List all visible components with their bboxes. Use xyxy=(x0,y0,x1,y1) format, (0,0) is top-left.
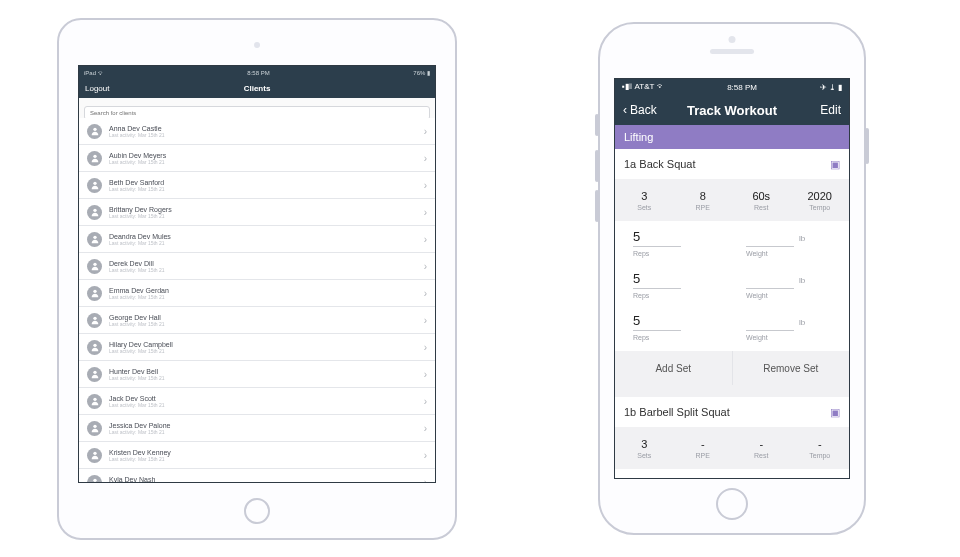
video-icon[interactable]: ▣ xyxy=(830,406,840,419)
client-text: George Dev HallLast activity: Mar 15th 2… xyxy=(109,314,424,327)
status-left: iPad ᯤ xyxy=(84,70,104,76)
weight-field[interactable]: lbWeight xyxy=(746,313,831,341)
client-text: Kristen Dev KenneyLast activity: Mar 15t… xyxy=(109,449,424,462)
client-row[interactable]: Jessica Dev PaloneLast activity: Mar 15t… xyxy=(79,415,435,442)
avatar-icon xyxy=(87,340,102,355)
client-subtitle: Last activity: Mar 15th 21 xyxy=(109,132,424,138)
client-row[interactable]: Emma Dev GerdanLast activity: Mar 15th 2… xyxy=(79,280,435,307)
ipad-device: iPad ᯤ 8:58 PM 76% ▮ Logout Clients Anna… xyxy=(57,18,457,540)
svg-point-9 xyxy=(93,371,96,374)
iphone-vol-down xyxy=(595,190,599,222)
metric-label: Tempo xyxy=(809,204,830,211)
ipad-camera xyxy=(254,42,260,48)
logout-button[interactable]: Logout xyxy=(85,84,109,93)
client-row[interactable]: Anna Dev CastleLast activity: Mar 15th 2… xyxy=(79,118,435,145)
iphone-home-button[interactable] xyxy=(716,488,748,520)
ipad-home-button[interactable] xyxy=(244,498,270,524)
back-label: Back xyxy=(630,103,657,117)
weight-field[interactable]: lbWeight xyxy=(746,271,831,299)
client-name: Kristen Dev Kenney xyxy=(109,449,424,456)
iphone-camera xyxy=(729,36,736,43)
client-name: Hilary Dev Campbell xyxy=(109,341,424,348)
reps-field[interactable]: 5Reps xyxy=(633,271,718,299)
spacer xyxy=(615,385,849,397)
exercise-title-row[interactable]: 1a Back Squat ▣ xyxy=(615,149,849,179)
svg-point-1 xyxy=(93,155,96,158)
client-row[interactable]: Jack Dev ScottLast activity: Mar 15th 21… xyxy=(79,388,435,415)
sets-container: 5Reps lbWeight5Reps lbWeight5Reps lbWeig… xyxy=(615,221,849,347)
client-row[interactable]: Aubin Dev MeyersLast activity: Mar 15th … xyxy=(79,145,435,172)
chevron-right-icon: › xyxy=(424,477,427,483)
status-carrier: ▪▮⫴ AT&T ᯤ xyxy=(622,82,665,92)
avatar-icon xyxy=(87,313,102,328)
ipad-screen: iPad ᯤ 8:58 PM 76% ▮ Logout Clients Anna… xyxy=(78,65,436,483)
metric-label: Sets xyxy=(637,204,651,211)
client-row[interactable]: George Dev HallLast activity: Mar 15th 2… xyxy=(79,307,435,334)
client-list[interactable]: Anna Dev CastleLast activity: Mar 15th 2… xyxy=(79,118,435,482)
reps-field[interactable]: 5Reps xyxy=(633,313,718,341)
client-subtitle: Last activity: Mar 15th 21 xyxy=(109,213,424,219)
client-row[interactable]: Hunter Dev BellLast activity: Mar 15th 2… xyxy=(79,361,435,388)
svg-point-5 xyxy=(93,263,96,266)
metric-label: RPE xyxy=(696,452,710,459)
weight-value[interactable] xyxy=(746,313,794,331)
exercise-title: 1a Back Squat xyxy=(624,158,696,170)
reps-label: Reps xyxy=(633,292,649,299)
metric: 8RPE xyxy=(674,179,733,221)
iphone-navbar: ‹ Back Track Workout Edit xyxy=(615,95,849,125)
status-time: 8:58 PM xyxy=(727,83,757,92)
exercise-title-row[interactable]: 1b Barbell Split Squat ▣ xyxy=(615,397,849,427)
client-row[interactable]: Hilary Dev CampbellLast activity: Mar 15… xyxy=(79,334,435,361)
metric-label: RPE xyxy=(696,204,710,211)
client-name: Deandra Dev Mules xyxy=(109,233,424,240)
svg-point-10 xyxy=(93,398,96,401)
client-text: Hunter Dev BellLast activity: Mar 15th 2… xyxy=(109,368,424,381)
reps-value[interactable]: 5 xyxy=(633,271,681,289)
chevron-right-icon: › xyxy=(424,342,427,353)
exercise-metrics: 3Sets8RPE60sRest2020Tempo xyxy=(615,179,849,221)
weight-value[interactable] xyxy=(746,271,794,289)
avatar-icon xyxy=(87,205,102,220)
video-icon[interactable]: ▣ xyxy=(830,158,840,171)
weight-unit: lb xyxy=(799,234,805,243)
reps-value[interactable]: 5 xyxy=(633,313,681,331)
client-text: Jack Dev ScottLast activity: Mar 15th 21 xyxy=(109,395,424,408)
edit-button[interactable]: Edit xyxy=(820,103,841,117)
avatar-icon xyxy=(87,151,102,166)
client-row[interactable]: Beth Dev SanfordLast activity: Mar 15th … xyxy=(79,172,435,199)
metric-value: 60s xyxy=(752,190,770,202)
client-subtitle: Last activity: Mar 15th 21 xyxy=(109,186,424,192)
avatar-icon xyxy=(87,448,102,463)
chevron-right-icon: › xyxy=(424,315,427,326)
iphone-side-button xyxy=(865,128,869,164)
avatar-icon xyxy=(87,259,102,274)
back-button[interactable]: ‹ Back xyxy=(623,103,657,117)
metric-value: 3 xyxy=(641,438,647,450)
client-text: Derek Dev DillLast activity: Mar 15th 21 xyxy=(109,260,424,273)
avatar-icon xyxy=(87,367,102,382)
metric: -Rest xyxy=(732,427,791,469)
weight-field[interactable]: lbWeight xyxy=(746,229,831,257)
svg-point-8 xyxy=(93,344,96,347)
chevron-left-icon: ‹ xyxy=(623,103,627,117)
weight-value[interactable] xyxy=(746,229,794,247)
svg-point-3 xyxy=(93,209,96,212)
svg-point-12 xyxy=(93,452,96,455)
client-name: Beth Dev Sanford xyxy=(109,179,424,186)
weight-label: Weight xyxy=(746,334,768,341)
chevron-right-icon: › xyxy=(424,396,427,407)
client-row[interactable]: Deandra Dev MulesLast activity: Mar 15th… xyxy=(79,226,435,253)
chevron-right-icon: › xyxy=(424,450,427,461)
client-row[interactable]: Brittany Dev RogersLast activity: Mar 15… xyxy=(79,199,435,226)
client-text: Aubin Dev MeyersLast activity: Mar 15th … xyxy=(109,152,424,165)
metric-label: Tempo xyxy=(809,452,830,459)
client-row[interactable]: Kyla Dev NashLast activity: Mar 15th 21› xyxy=(79,469,435,482)
reps-value[interactable]: 5 xyxy=(633,229,681,247)
add-set-button[interactable]: Add Set xyxy=(615,351,733,385)
client-row[interactable]: Derek Dev DillLast activity: Mar 15th 21… xyxy=(79,253,435,280)
chevron-right-icon: › xyxy=(424,234,427,245)
metric-value: 3 xyxy=(641,190,647,202)
remove-set-button[interactable]: Remove Set xyxy=(733,351,850,385)
reps-field[interactable]: 5Reps xyxy=(633,229,718,257)
client-row[interactable]: Kristen Dev KenneyLast activity: Mar 15t… xyxy=(79,442,435,469)
